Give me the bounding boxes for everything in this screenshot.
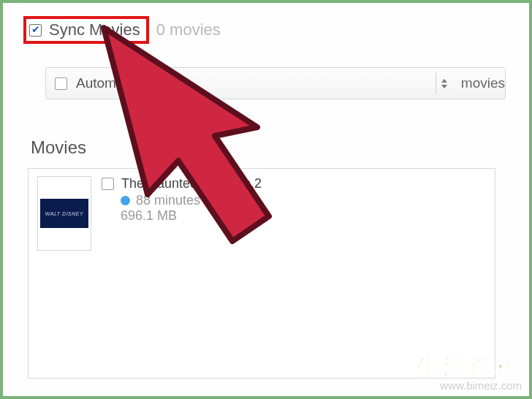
movie-title: The.Haunted.Mansion.2: [121, 176, 262, 191]
movie-thumbnail: WALT DISNEY: [37, 176, 91, 251]
auto-include-trailing: movies: [461, 75, 505, 91]
movie-duration: 88 minutes: [136, 193, 200, 208]
check-icon: ✔: [31, 24, 40, 34]
unwatched-dot-icon: [121, 196, 130, 205]
movies-section-title: Movies: [31, 137, 86, 158]
movies-list: WALT DISNEY The.Haunted.Mansion.2 88 min…: [28, 168, 495, 379]
auto-include-row: Automatically inclu movies: [45, 67, 506, 99]
auto-include-dropdown[interactable]: [436, 72, 452, 94]
chevron-up-icon: [441, 79, 447, 83]
sync-movies-label: Sync Movies: [49, 20, 140, 39]
chevron-down-icon: [441, 85, 447, 88]
movie-duration-row: 88 minutes: [102, 193, 262, 208]
list-item[interactable]: WALT DISNEY The.Haunted.Mansion.2 88 min…: [28, 169, 495, 258]
sync-highlight-box: ✔ Sync Movies: [23, 16, 149, 44]
auto-include-text: Automatically inclu: [76, 75, 191, 91]
movie-checkbox[interactable]: [102, 178, 114, 190]
movie-meta: The.Haunted.Mansion.2 88 minutes 696.1 M…: [102, 176, 262, 224]
sync-movies-row: ✔ Sync Movies 0 movies: [23, 16, 221, 44]
auto-include-checkbox[interactable]: [55, 77, 67, 90]
movie-thumbnail-inner: WALT DISNEY: [40, 199, 88, 228]
sync-movies-count: 0 movies: [156, 20, 221, 39]
movie-title-line: The.Haunted.Mansion.2: [102, 176, 262, 191]
watermark-url: www.bimeiz.com: [417, 379, 522, 392]
movie-size: 696.1 MB: [121, 208, 262, 224]
sync-movies-checkbox[interactable]: ✔: [29, 24, 42, 37]
